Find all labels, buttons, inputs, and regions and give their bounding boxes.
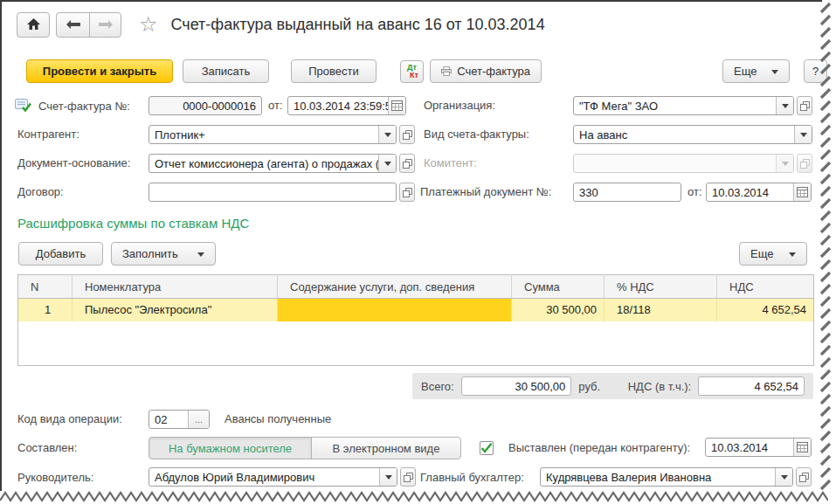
contract-open-button[interactable] [399, 183, 415, 202]
organization-field[interactable]: "ТФ Мега" ЗАО [573, 96, 794, 115]
invoice-kind-dropdown-button[interactable] [794, 126, 812, 143]
column-header-n[interactable]: N [18, 275, 73, 299]
table-more-button[interactable]: Еще [739, 242, 807, 266]
column-header-service-content[interactable]: Содержание услуги, доп. сведения [278, 275, 512, 299]
chevron-down-icon [384, 133, 391, 141]
dt-kt-icon: ДтКт [405, 64, 418, 79]
operation-code-field[interactable]: 02 ... [149, 410, 210, 429]
open-form-icon [403, 159, 412, 169]
chief-accountant-field[interactable]: Кудрявцева Валерия Ивановна [540, 467, 793, 487]
operation-description: Авансы полученные [225, 412, 331, 425]
counterparty-open-button[interactable] [399, 125, 415, 144]
principal-field [573, 154, 794, 173]
contract-label: Договор: [17, 185, 64, 198]
base-document-open-button[interactable] [399, 154, 415, 173]
counterparty-field[interactable]: Плотник+ [149, 125, 397, 144]
composed-electronic-toggle[interactable]: В электронном виде [311, 437, 461, 459]
calendar-button[interactable] [793, 438, 811, 456]
cell-vat-rate[interactable]: 18/118 [605, 299, 717, 321]
payment-doc-number-field[interactable]: 330 [573, 183, 681, 202]
column-header-vat[interactable]: НДС [717, 275, 814, 299]
checkmark-icon [480, 443, 493, 453]
manager-open-button[interactable] [400, 467, 416, 487]
home-icon [27, 18, 40, 31]
open-form-icon [403, 130, 412, 140]
invoice-number-label: Счет-фактура №: [38, 100, 130, 113]
home-button[interactable] [17, 12, 50, 38]
issued-checkbox[interactable] [480, 441, 494, 455]
base-document-dropdown-button[interactable] [378, 155, 396, 172]
vat-incl-label: НДС (в т.ч.): [628, 380, 692, 393]
calendar-icon [797, 442, 808, 452]
total-amount-field[interactable]: 30 500,00 [461, 376, 572, 396]
chief-accountant-dropdown-button[interactable] [775, 468, 792, 486]
calendar-icon [797, 187, 808, 197]
back-arrow-icon [66, 20, 80, 29]
cell-service-content-selected[interactable] [278, 299, 512, 321]
operation-code-choose-button[interactable]: ... [188, 411, 209, 428]
currency-label: руб. [578, 380, 600, 393]
principal-open-button [797, 154, 812, 173]
counterparty-dropdown-button[interactable] [378, 126, 396, 143]
title-bar: ☆ Счет-фактура выданный на аванс 16 от 1… [17, 11, 545, 38]
column-header-amount[interactable]: Сумма [512, 275, 605, 299]
invoice-datetime-field[interactable]: 10.03.2014 23:59:59 [287, 96, 406, 115]
cell-vat[interactable]: 4 652,54 [717, 299, 814, 321]
save-button[interactable]: Записать [183, 59, 269, 83]
cell-amount[interactable]: 30 500,00 [512, 299, 605, 321]
table-row[interactable]: 1 Пылесос "Электросила" 30 500,00 18/118… [18, 299, 814, 321]
payment-doc-label: Платежный документ №: [420, 185, 551, 198]
forward-arrow-icon [99, 20, 113, 29]
organization-label: Организация: [424, 99, 495, 112]
organization-dropdown-button[interactable] [776, 97, 793, 114]
cell-n[interactable]: 1 [18, 299, 73, 321]
torn-edge-right [816, 0, 835, 491]
print-invoice-button[interactable]: Счет-фактура [430, 59, 542, 83]
composed-paper-toggle[interactable]: На бумажном носителе [149, 437, 312, 459]
composed-label: Составлен: [17, 441, 77, 454]
chevron-down-icon [789, 252, 796, 260]
payment-doc-from-label: от: [687, 185, 702, 198]
favorite-star-icon[interactable]: ☆ [139, 14, 158, 35]
column-header-vat-rate[interactable]: % НДС [605, 275, 717, 299]
forward-button[interactable] [89, 12, 121, 38]
organization-open-button[interactable] [797, 96, 812, 115]
invoice-number-field[interactable]: 0000-0000016 [149, 96, 262, 115]
invoice-kind-field[interactable]: На аванс [573, 125, 812, 144]
add-row-button[interactable]: Добавить [18, 242, 103, 266]
open-form-icon [404, 473, 413, 482]
chevron-down-icon [800, 133, 807, 141]
cell-nomenclature[interactable]: Пылесос "Электросила" [73, 299, 278, 321]
chevron-down-icon [782, 104, 789, 112]
contract-field[interactable] [149, 183, 397, 202]
post-and-close-button[interactable]: Провести и закрыть [26, 59, 173, 83]
chevron-down-icon [385, 475, 392, 483]
calendar-button[interactable] [793, 183, 811, 201]
manager-field[interactable]: Абдулов Юрий Владимирович [149, 467, 397, 487]
chief-accountant-open-button[interactable] [796, 467, 812, 487]
column-header-nomenclature[interactable]: Номенклатура [73, 275, 278, 299]
issued-label: Выставлен (передан контрагенту): [508, 441, 690, 454]
payment-doc-date-field[interactable]: 10.03.2014 [706, 183, 812, 202]
vat-amount-field[interactable]: 4 652,54 [698, 376, 805, 396]
dt-kt-postings-button[interactable]: ДтКт [400, 60, 424, 83]
composed-toggle: На бумажном носителе В электронном виде [149, 437, 461, 459]
base-document-field[interactable]: Отчет комиссионера (агента) о продажах ( [149, 154, 397, 173]
issued-date-field[interactable]: 10.03.2014 [705, 438, 812, 457]
chief-accountant-label: Главный бухгалтер: [420, 471, 524, 484]
invoice-form-window: ☆ Счет-фактура выданный на аванс 16 от 1… [0, 0, 836, 504]
principal-label: Комитент: [424, 156, 477, 169]
torn-edge-bottom [0, 489, 828, 504]
back-button[interactable] [56, 12, 90, 38]
open-form-icon [800, 101, 810, 111]
manager-label: Руководитель: [17, 471, 93, 484]
post-button[interactable]: Провести [291, 59, 377, 83]
calendar-button[interactable] [388, 97, 405, 114]
fill-button[interactable]: Заполнить [111, 242, 216, 266]
chevron-down-icon [384, 162, 391, 169]
chevron-down-icon [782, 162, 789, 169]
invoice-kind-label: Вид счета-фактуры: [424, 128, 529, 141]
table-empty-area [18, 321, 814, 366]
toolbar-more-button[interactable]: Еще [722, 59, 790, 83]
manager-dropdown-button[interactable] [379, 468, 397, 486]
